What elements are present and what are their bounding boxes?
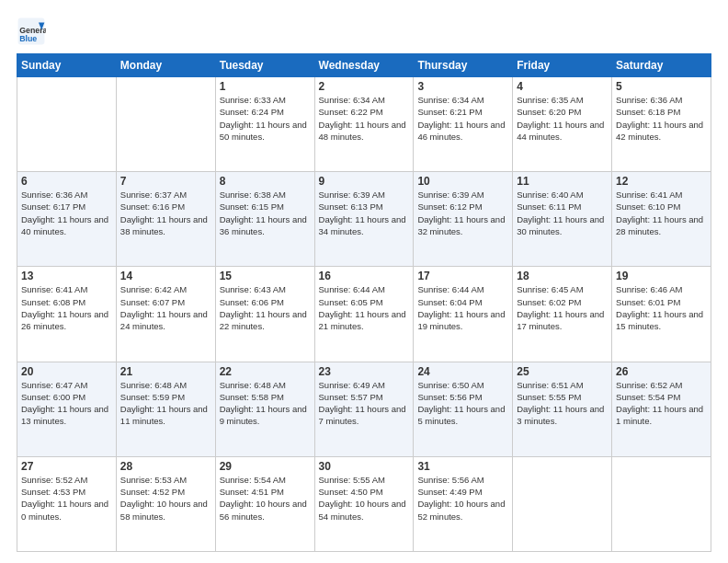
calendar-cell: 7Sunrise: 6:37 AM Sunset: 6:16 PM Daylig…: [116, 172, 215, 267]
calendar-cell: 21Sunrise: 6:48 AM Sunset: 5:59 PM Dayli…: [116, 362, 215, 456]
day-info: Sunrise: 6:49 AM Sunset: 5:57 PM Dayligh…: [319, 379, 410, 428]
day-number: 1: [220, 80, 311, 93]
day-number: 17: [417, 270, 508, 282]
day-number: 31: [417, 460, 508, 473]
calendar-cell: 25Sunrise: 6:51 AM Sunset: 5:55 PM Dayli…: [513, 362, 612, 456]
day-info: Sunrise: 5:52 AM Sunset: 4:53 PM Dayligh…: [21, 474, 112, 523]
day-number: 11: [517, 175, 608, 188]
calendar-cell: [612, 456, 711, 551]
calendar-table: SundayMondayTuesdayWednesdayThursdayFrid…: [17, 53, 711, 552]
day-info: Sunrise: 6:50 AM Sunset: 5:56 PM Dayligh…: [417, 379, 508, 428]
day-info: Sunrise: 5:54 AM Sunset: 4:51 PM Dayligh…: [220, 474, 311, 523]
day-number: 15: [220, 270, 311, 282]
day-info: Sunrise: 6:42 AM Sunset: 6:07 PM Dayligh…: [120, 283, 211, 332]
header: General Blue: [17, 17, 711, 46]
day-number: 10: [417, 175, 508, 188]
day-info: Sunrise: 6:44 AM Sunset: 6:04 PM Dayligh…: [417, 283, 508, 332]
calendar-header-row: SundayMondayTuesdayWednesdayThursdayFrid…: [17, 54, 711, 77]
day-info: Sunrise: 5:56 AM Sunset: 4:49 PM Dayligh…: [417, 474, 508, 523]
calendar-cell: 18Sunrise: 6:45 AM Sunset: 6:02 PM Dayli…: [513, 267, 612, 362]
calendar-cell: 9Sunrise: 6:39 AM Sunset: 6:13 PM Daylig…: [314, 172, 414, 267]
day-info: Sunrise: 6:40 AM Sunset: 6:11 PM Dayligh…: [517, 189, 608, 237]
calendar-cell: 1Sunrise: 6:33 AM Sunset: 6:24 PM Daylig…: [215, 77, 314, 172]
day-info: Sunrise: 6:36 AM Sunset: 6:18 PM Dayligh…: [616, 94, 707, 143]
day-number: 28: [120, 460, 211, 473]
logo-icon: General Blue: [17, 17, 46, 46]
day-info: Sunrise: 6:39 AM Sunset: 6:13 PM Dayligh…: [319, 189, 410, 237]
day-info: Sunrise: 6:35 AM Sunset: 6:20 PM Dayligh…: [517, 94, 608, 143]
calendar-cell: [17, 77, 117, 172]
calendar-cell: 6Sunrise: 6:36 AM Sunset: 6:17 PM Daylig…: [17, 172, 117, 267]
day-info: Sunrise: 6:48 AM Sunset: 5:58 PM Dayligh…: [220, 379, 311, 428]
day-info: Sunrise: 6:48 AM Sunset: 5:59 PM Dayligh…: [120, 379, 211, 428]
calendar-cell: [513, 456, 612, 551]
day-info: Sunrise: 6:37 AM Sunset: 6:16 PM Dayligh…: [120, 189, 211, 237]
day-number: 27: [21, 460, 112, 473]
day-info: Sunrise: 6:51 AM Sunset: 5:55 PM Dayligh…: [517, 379, 608, 428]
day-number: 12: [616, 175, 707, 188]
calendar-cell: 26Sunrise: 6:52 AM Sunset: 5:54 PM Dayli…: [612, 362, 711, 456]
calendar-cell: 20Sunrise: 6:47 AM Sunset: 6:00 PM Dayli…: [17, 362, 117, 456]
calendar-cell: 30Sunrise: 5:55 AM Sunset: 4:50 PM Dayli…: [314, 456, 414, 551]
calendar-cell: 15Sunrise: 6:43 AM Sunset: 6:06 PM Dayli…: [215, 267, 314, 362]
col-header-thursday: Thursday: [414, 54, 513, 77]
day-number: 21: [120, 365, 211, 378]
calendar-cell: 10Sunrise: 6:39 AM Sunset: 6:12 PM Dayli…: [414, 172, 513, 267]
day-number: 9: [319, 175, 410, 188]
day-info: Sunrise: 6:43 AM Sunset: 6:06 PM Dayligh…: [220, 283, 311, 332]
col-header-sunday: Sunday: [17, 54, 117, 77]
col-header-wednesday: Wednesday: [314, 54, 414, 77]
calendar-cell: 31Sunrise: 5:56 AM Sunset: 4:49 PM Dayli…: [414, 456, 513, 551]
day-info: Sunrise: 6:45 AM Sunset: 6:02 PM Dayligh…: [517, 283, 608, 332]
calendar-cell: 17Sunrise: 6:44 AM Sunset: 6:04 PM Dayli…: [414, 267, 513, 362]
day-number: 24: [417, 365, 508, 378]
calendar-cell: 2Sunrise: 6:34 AM Sunset: 6:22 PM Daylig…: [314, 77, 414, 172]
calendar-cell: 29Sunrise: 5:54 AM Sunset: 4:51 PM Dayli…: [215, 456, 314, 551]
calendar-cell: 24Sunrise: 6:50 AM Sunset: 5:56 PM Dayli…: [414, 362, 513, 456]
day-number: 20: [21, 365, 112, 378]
day-number: 22: [220, 365, 311, 378]
day-info: Sunrise: 6:41 AM Sunset: 6:10 PM Dayligh…: [616, 189, 707, 237]
day-number: 3: [417, 80, 508, 93]
day-number: 18: [517, 270, 608, 282]
col-header-tuesday: Tuesday: [215, 54, 314, 77]
calendar-cell: 4Sunrise: 6:35 AM Sunset: 6:20 PM Daylig…: [513, 77, 612, 172]
day-number: 26: [616, 365, 707, 378]
calendar-cell: 8Sunrise: 6:38 AM Sunset: 6:15 PM Daylig…: [215, 172, 314, 267]
day-number: 29: [220, 460, 311, 473]
day-number: 5: [616, 80, 707, 93]
day-info: Sunrise: 6:41 AM Sunset: 6:08 PM Dayligh…: [21, 283, 112, 332]
day-number: 25: [517, 365, 608, 378]
day-info: Sunrise: 6:46 AM Sunset: 6:01 PM Dayligh…: [616, 283, 707, 332]
day-info: Sunrise: 5:53 AM Sunset: 4:52 PM Dayligh…: [120, 474, 211, 523]
calendar-cell: 3Sunrise: 6:34 AM Sunset: 6:21 PM Daylig…: [414, 77, 513, 172]
day-number: 23: [319, 365, 410, 378]
calendar-week-5: 27Sunrise: 5:52 AM Sunset: 4:53 PM Dayli…: [17, 456, 711, 551]
day-number: 7: [120, 175, 211, 188]
calendar-week-1: 1Sunrise: 6:33 AM Sunset: 6:24 PM Daylig…: [17, 77, 711, 172]
calendar-cell: 22Sunrise: 6:48 AM Sunset: 5:58 PM Dayli…: [215, 362, 314, 456]
day-info: Sunrise: 6:39 AM Sunset: 6:12 PM Dayligh…: [417, 189, 508, 237]
day-info: Sunrise: 6:36 AM Sunset: 6:17 PM Dayligh…: [21, 189, 112, 237]
day-number: 16: [319, 270, 410, 282]
calendar-cell: 12Sunrise: 6:41 AM Sunset: 6:10 PM Dayli…: [612, 172, 711, 267]
day-info: Sunrise: 6:44 AM Sunset: 6:05 PM Dayligh…: [319, 283, 410, 332]
calendar-cell: 27Sunrise: 5:52 AM Sunset: 4:53 PM Dayli…: [17, 456, 117, 551]
calendar-cell: 19Sunrise: 6:46 AM Sunset: 6:01 PM Dayli…: [612, 267, 711, 362]
calendar-week-3: 13Sunrise: 6:41 AM Sunset: 6:08 PM Dayli…: [17, 267, 711, 362]
day-info: Sunrise: 6:38 AM Sunset: 6:15 PM Dayligh…: [220, 189, 311, 237]
day-info: Sunrise: 6:34 AM Sunset: 6:22 PM Dayligh…: [319, 94, 410, 143]
day-info: Sunrise: 6:33 AM Sunset: 6:24 PM Dayligh…: [220, 94, 311, 143]
svg-text:Blue: Blue: [19, 34, 37, 43]
day-info: Sunrise: 5:55 AM Sunset: 4:50 PM Dayligh…: [319, 474, 410, 523]
day-info: Sunrise: 6:52 AM Sunset: 5:54 PM Dayligh…: [616, 379, 707, 428]
day-number: 30: [319, 460, 410, 473]
calendar-cell: 11Sunrise: 6:40 AM Sunset: 6:11 PM Dayli…: [513, 172, 612, 267]
calendar-cell: 14Sunrise: 6:42 AM Sunset: 6:07 PM Dayli…: [116, 267, 215, 362]
calendar-cell: 16Sunrise: 6:44 AM Sunset: 6:05 PM Dayli…: [314, 267, 414, 362]
day-number: 4: [517, 80, 608, 93]
logo: General Blue: [17, 17, 50, 46]
page: General Blue SundayMondayTuesdayWednesda…: [0, 0, 728, 563]
day-info: Sunrise: 6:34 AM Sunset: 6:21 PM Dayligh…: [417, 94, 508, 143]
day-number: 2: [319, 80, 410, 93]
